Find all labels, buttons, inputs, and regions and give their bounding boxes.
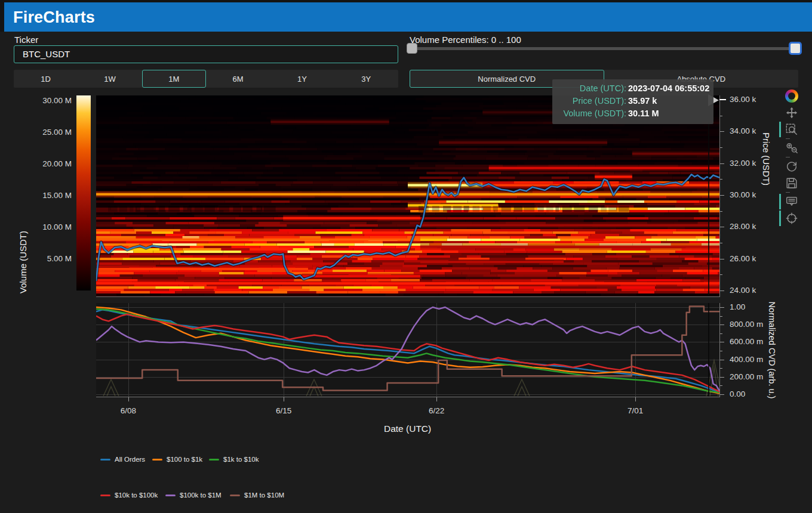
cvd-tick-label: 200.00 m [730,372,763,381]
cvd-tick-mark [720,394,724,395]
modebar-pan-button[interactable] [782,105,801,120]
legend-item--100-to-1k[interactable]: $100 to $1k [152,456,202,463]
range-button-1m[interactable]: 1M [142,70,206,88]
modebar-crosshair-button[interactable] [782,211,801,226]
cvd-tick-label: 1.00 [730,302,745,311]
volume-tick-label: 30.00 M [24,96,72,105]
upper-plot-right-axis [719,95,720,297]
modebar-save-button[interactable] [782,175,801,191]
lower-plot-bottom-axis [96,397,720,397]
legend-label: $1M to $10M [244,492,284,499]
legend-item--10k-to-100k[interactable]: $10k to $100k [100,492,158,499]
price-tick-mark [720,195,724,196]
range-button-6m[interactable]: 6M [206,70,270,88]
range-button-1d[interactable]: 1D [14,70,78,88]
app-header: FireCharts [4,2,812,32]
crosshair-vertical-upper [708,95,709,296]
modebar-hover-tooltip-button[interactable] [782,194,801,209]
volume-colorbar [76,95,91,291]
legend-swatch [152,459,162,461]
tooltip-label: Price (USDT): [557,95,626,107]
app-title: FireCharts [4,2,812,27]
volume-tick-label: 20.00 M [24,159,72,168]
volume-tick-label: 10.00 M [24,222,72,231]
cvd-tick-mark [720,307,724,308]
modebar-box-zoom-button[interactable] [782,122,801,137]
modebar-separator [786,192,790,193]
cvd-minor-tick [720,333,722,334]
legend-label: $10k to $100k [115,492,158,499]
tooltip-row-2: Volume (USDT):30.11 M [557,107,708,120]
range-button-1w[interactable]: 1W [78,70,142,88]
tooltip-value: 35.97 k [628,95,657,107]
range-button-3y[interactable]: 3Y [334,70,398,88]
price-tick-label: 26.00 k [730,254,756,263]
legend-label: All Orders [115,456,145,463]
price-minor-tick [720,211,722,212]
volume-tick-label: 5.00 M [24,254,72,263]
x-tick-mark [635,397,636,401]
price-axis-title: Price (USDT) [761,118,771,201]
window-left-edge [0,0,4,32]
range-button-1y[interactable]: 1Y [270,70,334,88]
price-tick-label: 28.00 k [730,222,756,231]
heatmap-price-chart[interactable] [96,95,719,296]
x-tick-label: 6/15 [273,406,294,415]
cursor-axis-dash [719,99,726,100]
legend-swatch [100,459,110,461]
tooltip-label: Date (UTC): [557,82,626,95]
volume-percentiles-handle-max[interactable] [789,42,802,55]
tooltip-value: 30.11 M [628,107,659,120]
legend-item--1k-to-10k[interactable]: $1k to $10k [209,456,259,463]
price-minor-tick [720,274,722,275]
modebar-active-indicator [779,211,781,226]
price-tick-label: 24.00 k [730,286,756,295]
cvd-tick-mark [720,377,724,378]
cvd-tick-label: 800.00 m [730,320,763,329]
legend-swatch [230,495,240,496]
legend-item-all-orders[interactable]: All Orders [100,456,145,463]
price-tick-label: 36.00 k [730,95,756,104]
upper-plot-bottom-axis [96,296,720,297]
plotly-logo[interactable] [782,88,801,104]
tooltip-row-0: Date (UTC):2023-07-04 06:55:02 [557,82,708,95]
price-minor-tick [720,147,722,148]
tooltip-label: Volume (USDT): [557,107,626,120]
price-tick-label: 32.00 k [730,159,756,168]
x-tick-label: 6/22 [426,406,447,415]
modebar-reset-axes-button[interactable] [782,159,801,174]
legend-swatch [209,459,219,461]
volume-tick-label: 25.00 M [24,128,72,137]
range-button-group: 1D1W1M6M1Y3Y [14,70,398,88]
legend-label: $1k to $10k [223,456,259,463]
modebar-active-indicator [779,122,781,137]
price-tick-mark [720,131,724,132]
legend-item--1m-to-10m[interactable]: $1M to $10M [230,492,284,499]
modebar-active-indicator [779,194,781,209]
tooltip-value: 2023-07-04 06:55:02 [628,82,709,95]
cvd-tick-mark [720,325,724,325]
price-minor-tick [720,179,722,180]
cvd-minor-tick [720,316,722,317]
x-tick-mark [128,397,129,401]
cvd-minor-tick [720,351,722,351]
legend-item--100k-to-1m[interactable]: $100k to $1M [165,492,222,499]
legend-swatch [165,495,176,496]
volume-percentiles-slider-track[interactable] [410,47,799,50]
x-tick-mark [284,397,284,401]
volume-percentiles-handle-min[interactable] [407,43,417,54]
ticker-input[interactable]: BTC_USDT [14,45,398,63]
price-tick-mark [720,291,724,291]
legend-label: $100 to $1k [167,456,202,463]
cvd-tick-label: 400.00 m [730,355,763,364]
x-axis-title: Date (UTC) [384,424,431,434]
cvd-tick-mark [720,360,724,360]
plotly-modebar [782,87,804,227]
price-tick-mark [720,163,724,164]
modebar-zoom-in-out-button[interactable] [782,140,801,156]
modebar-separator [786,157,790,157]
cvd-line-chart[interactable] [96,303,719,397]
price-tick-mark [720,227,724,227]
crosshair-vertical-lower [708,303,709,397]
price-tick-label: 34.00 k [730,126,756,135]
